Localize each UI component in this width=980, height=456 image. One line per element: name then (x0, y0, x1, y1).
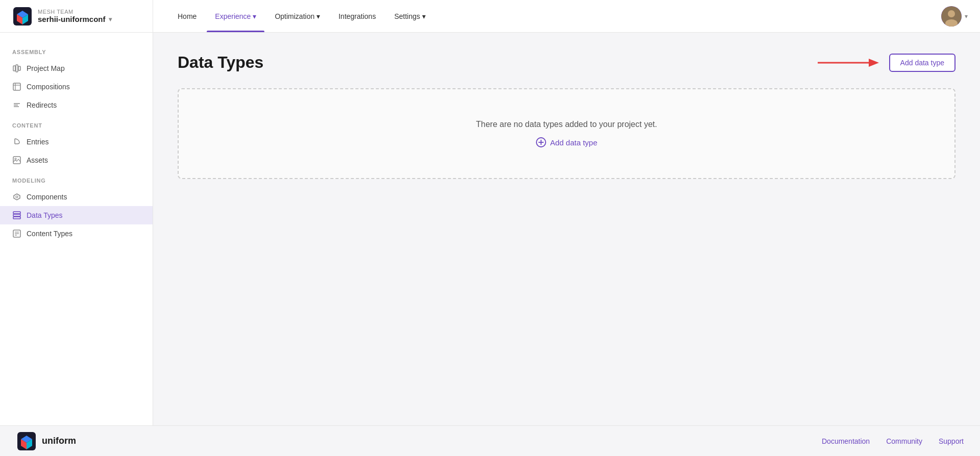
nav-integrations[interactable]: Integrations (330, 0, 384, 32)
content-area: Data Types Add data type There are no da… (153, 33, 980, 425)
svg-rect-21 (13, 214, 20, 216)
page-header: Data Types Add data type (178, 53, 955, 72)
main-layout: ASSEMBLY Project Map Compositions (0, 33, 980, 425)
sidebar-item-redirects[interactable]: Redirects (0, 96, 153, 114)
footer-link-support[interactable]: Support (939, 437, 964, 445)
plus-circle-icon (536, 137, 546, 147)
experience-dropdown-icon: ▾ (253, 12, 256, 20)
nav-links: Home Experience ▾ Optimization ▾ Integra… (153, 0, 929, 32)
arrow-indicator (818, 56, 879, 70)
add-data-type-link[interactable]: Add data type (536, 137, 598, 147)
sidebar-section-assembly: ASSEMBLY (0, 45, 153, 59)
page-title: Data Types (178, 53, 263, 72)
footer-logo-text: uniform (42, 436, 76, 446)
svg-point-19 (16, 196, 18, 198)
logo-text: MESH TEAM serhii-uniformconf ▾ (38, 9, 112, 23)
settings-dropdown-icon: ▾ (422, 12, 426, 20)
nav-experience[interactable]: Experience ▾ (207, 0, 264, 32)
svg-point-6 (948, 10, 955, 17)
nav-settings[interactable]: Settings ▾ (386, 0, 434, 32)
empty-state: There are no data types added to your pr… (178, 88, 955, 179)
svg-point-18 (15, 158, 16, 160)
optimization-dropdown-icon: ▾ (316, 12, 320, 20)
components-icon (12, 192, 21, 201)
logo-area: MESH TEAM serhii-uniformconf ▾ (0, 0, 153, 32)
data-types-icon (12, 211, 21, 220)
sidebar-item-components[interactable]: Components (0, 188, 153, 206)
svg-rect-11 (13, 83, 20, 90)
project-name[interactable]: serhii-uniformconf ▾ (38, 15, 112, 23)
assets-icon (12, 156, 21, 165)
sidebar-item-compositions[interactable]: Compositions (0, 78, 153, 96)
user-menu[interactable]: ▾ (941, 6, 968, 27)
empty-state-text: There are no data types added to your pr… (476, 120, 657, 129)
footer-link-documentation[interactable]: Documentation (822, 437, 870, 445)
nav-optimization[interactable]: Optimization ▾ (266, 0, 328, 32)
project-dropdown-icon: ▾ (109, 16, 112, 23)
sidebar-item-content-types[interactable]: Content Types (0, 224, 153, 243)
footer: uniform Documentation Community Support (0, 425, 980, 456)
team-label: MESH TEAM (38, 9, 112, 15)
nav-home[interactable]: Home (169, 0, 205, 32)
sidebar-section-content: CONTENT (0, 114, 153, 133)
top-nav: MESH TEAM serhii-uniformconf ▾ Home Expe… (0, 0, 980, 33)
footer-logo-icon (16, 431, 37, 451)
header-right: Add data type (818, 54, 955, 72)
footer-link-community[interactable]: Community (886, 437, 922, 445)
nav-right: ▾ (929, 6, 980, 27)
sidebar-item-data-types[interactable]: Data Types (0, 206, 153, 224)
svg-rect-22 (13, 217, 20, 219)
sidebar-item-assets[interactable]: Assets (0, 151, 153, 169)
add-data-type-button[interactable]: Add data type (889, 54, 955, 72)
sidebar-item-entries[interactable]: Entries (0, 133, 153, 151)
svg-rect-8 (13, 66, 15, 71)
map-icon (12, 64, 21, 73)
sidebar-section-modeling: MODELING (0, 169, 153, 188)
svg-marker-28 (869, 59, 879, 67)
entries-icon (12, 137, 21, 146)
logo-icon (12, 6, 33, 27)
redirects-icon (12, 100, 21, 110)
avatar (941, 6, 962, 27)
sidebar-item-project-map[interactable]: Project Map (0, 59, 153, 78)
avatar-dropdown-icon: ▾ (965, 13, 968, 20)
sidebar: ASSEMBLY Project Map Compositions (0, 33, 153, 425)
footer-links: Documentation Community Support (822, 437, 964, 445)
svg-rect-10 (18, 66, 20, 70)
svg-rect-20 (13, 212, 20, 214)
content-types-icon (12, 229, 21, 238)
svg-rect-9 (16, 65, 18, 72)
footer-logo: uniform (16, 431, 76, 451)
compositions-icon (12, 82, 21, 91)
